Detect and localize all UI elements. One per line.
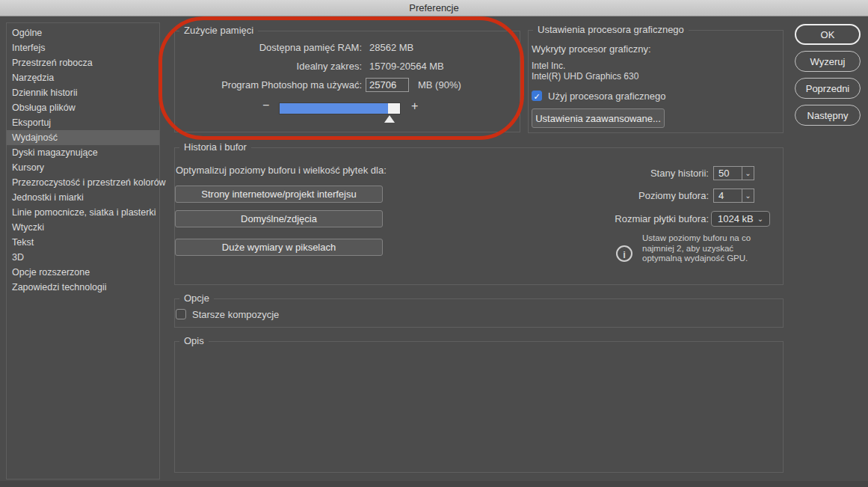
sidebar-item-tekst[interactable]: Tekst: [7, 235, 159, 250]
available-ram-value: 28562 MB: [369, 42, 413, 53]
tile-size-label: Rozmiar płytki bufora:: [474, 213, 709, 224]
sidebar-item-kursory[interactable]: Kursory: [7, 160, 159, 175]
ok-button[interactable]: OK: [795, 24, 861, 45]
chevron-down-icon: ⌄: [742, 167, 754, 180]
slider-plus-icon[interactable]: +: [411, 99, 418, 113]
sidebar-item-obsluga-plikow[interactable]: Obsługa plików: [7, 100, 159, 115]
cache-levels-dropdown[interactable]: 4 ⌄: [713, 189, 754, 203]
window-bottom-edge: [0, 481, 868, 487]
use-gpu-label: Użyj procesora graficznego: [548, 91, 666, 102]
info-icon: i: [616, 245, 632, 262]
memory-usage-group: Zużycie pamięci Dostępna pamięć RAM: 285…: [174, 31, 520, 132]
reset-button[interactable]: Wyzeruj: [795, 51, 861, 72]
history-states-dropdown[interactable]: 50 ⌄: [713, 166, 754, 180]
advanced-settings-button[interactable]: Ustawienia zaawansowane...: [532, 108, 665, 128]
use-gpu-checkbox[interactable]: ✓: [532, 91, 542, 101]
sidebar-item-3d[interactable]: 3D: [7, 250, 159, 265]
sidebar-item-przestrzen-robocza[interactable]: Przestrzeń robocza: [7, 55, 159, 70]
history-cache-group: Historia i bufor Optymalizuj poziomy buf…: [174, 147, 784, 285]
previous-button[interactable]: Poprzedni: [795, 78, 861, 99]
history-states-label: Stany historii:: [474, 168, 709, 179]
cache-levels-label: Poziomy bufora:: [474, 190, 709, 201]
chevron-down-icon: ⌄: [757, 215, 763, 223]
sidebar-item-przezroczystosc[interactable]: Przezroczystość i przestrzeń kolorów: [7, 175, 159, 190]
options-group: Opcje Starsze kompozycje: [174, 298, 784, 328]
description-group-title: Opis: [179, 335, 209, 346]
next-button[interactable]: Następny: [795, 105, 861, 126]
sidebar-item-dyski-magazynujace[interactable]: Dyski magazynujące: [7, 145, 159, 160]
sidebar-item-narzedzia[interactable]: Narzędzia: [7, 70, 159, 85]
gpu-settings-group-title: Ustawienia procesora graficznego: [533, 24, 689, 35]
cache-levels-value: 4: [714, 190, 742, 201]
photoshop-use-label: Program Photoshop ma używać:: [175, 79, 362, 91]
gpu-settings-group: Ustawienia procesora graficznego Wykryty…: [528, 30, 784, 133]
sidebar-item-dziennik-historii[interactable]: Dziennik historii: [7, 85, 159, 100]
history-cache-group-title: Historia i bufor: [179, 141, 251, 153]
memory-slider-fill: [280, 103, 388, 114]
sidebar-item-interfejs[interactable]: Interfejs: [7, 40, 159, 55]
options-group-title: Opcje: [179, 292, 214, 304]
preset-web-button[interactable]: Strony internetowe/projekt interfejsu: [175, 186, 383, 203]
gpu-vendor: Intel Inc.: [532, 61, 565, 71]
gpu-model: Intel(R) UHD Graphics 630: [532, 71, 638, 82]
chevron-down-icon: ⌄: [742, 189, 754, 202]
memory-usage-group-title: Zużycie pamięci: [179, 25, 258, 36]
optimize-label: Optymalizuj poziomy buforu i wielkość pł…: [176, 165, 387, 176]
available-ram-label: Dostępna pamięć RAM:: [175, 42, 362, 53]
sidebar-item-zapowiedzi[interactable]: Zapowiedzi technologii: [7, 280, 159, 295]
memory-slider-thumb[interactable]: [384, 115, 395, 123]
sidebar-item-wydajnosc[interactable]: Wydajność: [7, 130, 159, 145]
detected-gpu-label: Wykryty procesor graficzny:: [532, 43, 651, 55]
tile-size-dropdown[interactable]: 1024 kB ⌄: [711, 211, 770, 227]
preset-default-button[interactable]: Domyślne/zdjęcia: [175, 210, 383, 227]
memory-amount-suffix: MB (90%): [418, 79, 461, 91]
sidebar-item-wtyczki[interactable]: Wtyczki: [7, 220, 159, 235]
preset-huge-button[interactable]: Duże wymiary w pikselach: [175, 239, 383, 256]
memory-amount-input[interactable]: [366, 78, 409, 92]
cache-info-text: Ustaw poziomy buforu na co najmniej 2, a…: [642, 233, 769, 264]
sidebar-item-eksportuj[interactable]: Eksportuj: [7, 115, 159, 130]
ideal-range-value: 15709-20564 MB: [369, 61, 444, 72]
legacy-compositing-label: Starsze kompozycje: [192, 309, 279, 320]
sidebar-item-opcje-rozszerzone[interactable]: Opcje rozszerzone: [7, 265, 159, 280]
memory-slider[interactable]: [279, 102, 401, 114]
history-states-value: 50: [714, 168, 742, 179]
description-group: Opis: [174, 341, 784, 473]
tile-size-value: 1024 kB: [718, 213, 754, 224]
sidebar-item-jednostki-miarki[interactable]: Jednostki i miarki: [7, 190, 159, 205]
check-icon: ✓: [533, 92, 540, 101]
ideal-range-label: Idealny zakres:: [175, 61, 362, 72]
window-title: Preferencje: [0, 0, 868, 16]
legacy-compositing-checkbox[interactable]: [176, 309, 186, 319]
preferences-sidebar: Ogólne Interfejs Przestrzeń robocza Narz…: [6, 22, 160, 480]
sidebar-item-linie-pomocnicze[interactable]: Linie pomocnicze, siatka i plasterki: [7, 205, 159, 220]
sidebar-item-ogolne[interactable]: Ogólne: [7, 25, 159, 40]
slider-minus-icon[interactable]: −: [262, 99, 269, 112]
